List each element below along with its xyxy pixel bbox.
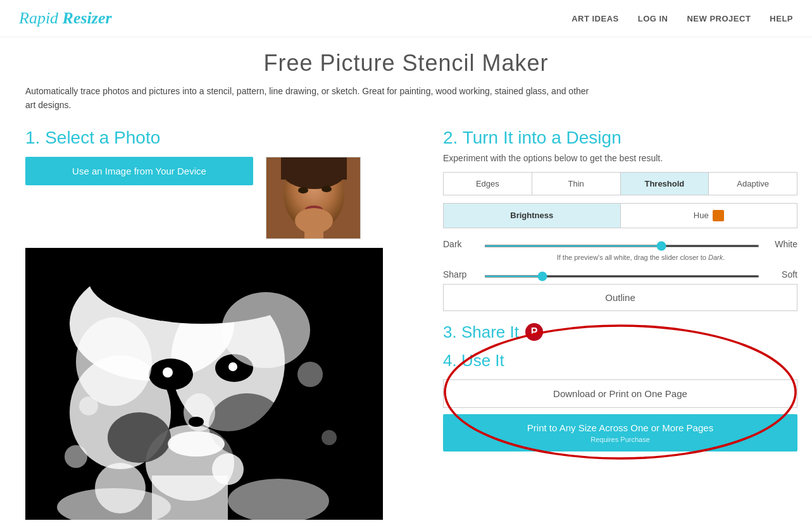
brightness-slider-wrap — [484, 238, 759, 250]
brightness-hint: If the preview's all white, drag the sli… — [484, 254, 797, 261]
nav-help[interactable]: HELP — [770, 14, 793, 23]
svg-point-4 — [298, 187, 308, 193]
content-area: 1. Select a Photo Use an Image from Your… — [25, 128, 787, 520]
svg-point-31 — [322, 430, 337, 445]
face-photo-svg — [266, 157, 361, 239]
svg-point-21 — [76, 317, 152, 406]
step1-title: 1. Select a Photo — [25, 128, 424, 148]
stencil-svg — [25, 248, 383, 520]
header: Rapid Resizer ART IDEAS LOG IN NEW PROJE… — [0, 0, 812, 37]
svg-rect-8 — [304, 227, 323, 239]
sharp-label: Sharp — [443, 269, 478, 279]
sharpness-slider-row: Sharp Soft — [443, 269, 797, 280]
svg-point-32 — [65, 445, 87, 468]
step1-text: Select a Photo — [40, 128, 160, 147]
step3-text: Share It — [457, 322, 519, 341]
svg-point-23 — [212, 453, 244, 485]
print-sub-label: Requires Purchase — [451, 436, 789, 443]
svg-point-22 — [222, 292, 310, 368]
tab-adaptive[interactable]: Adaptive — [709, 173, 797, 195]
pinterest-icon[interactable]: P — [525, 323, 543, 341]
sharpness-slider[interactable] — [484, 275, 759, 278]
svg-point-27 — [163, 367, 173, 378]
print-button[interactable]: Print to Any Size Across One or More Pag… — [443, 414, 797, 451]
step2-subtitle: Experiment with the options below to get… — [443, 153, 797, 163]
mode-brightness[interactable]: Brightness — [444, 204, 621, 228]
nav-new-project[interactable]: NEW PROJECT — [687, 14, 751, 23]
step3-title: 3. Share It — [443, 322, 519, 342]
step3-row: 3. Share It P — [443, 322, 797, 342]
page-subtitle: Automatically trace photos and pictures … — [25, 84, 595, 113]
svg-point-5 — [322, 186, 332, 192]
step2-title: 2. Turn It into a Design — [443, 128, 797, 148]
outline-button[interactable]: Outline — [443, 284, 797, 311]
step4-text: Use It — [457, 351, 504, 370]
svg-point-17 — [108, 412, 171, 463]
step4-title: 4. Use It — [443, 351, 797, 371]
step4-num: 4. — [443, 351, 457, 370]
main-content: Free Picture Stencil Maker Automatically… — [0, 37, 812, 528]
hue-color-swatch — [713, 210, 724, 221]
svg-rect-3 — [281, 157, 347, 180]
step2-num: 2. — [443, 128, 458, 147]
mode-tabs: Brightness Hue — [443, 203, 797, 228]
nav-art-ideas[interactable]: ART IDEAS — [572, 14, 619, 23]
brightness-slider[interactable] — [484, 245, 759, 247]
nav-login[interactable]: LOG IN — [638, 14, 668, 23]
right-column: 2. Turn It into a Design Experiment with… — [443, 128, 797, 520]
step2-text: Turn It into a Design — [458, 128, 621, 147]
logo-resizer: Resizer — [63, 9, 112, 27]
logo-rapid: Rapid — [19, 9, 58, 27]
white-label: White — [766, 239, 797, 249]
logo: Rapid Resizer — [19, 9, 112, 28]
sharpness-slider-wrap — [484, 269, 759, 280]
print-btn-label: Print to Any Size Across One or More Pag… — [527, 422, 713, 433]
main-nav: ART IDEAS LOG IN NEW PROJECT HELP — [572, 14, 793, 23]
svg-point-30 — [297, 362, 323, 387]
effect-tabs: Edges Thin Threshold Adaptive — [443, 172, 797, 195]
download-button[interactable]: Download or Print on One Page — [443, 379, 797, 408]
step3-num: 3. — [443, 322, 457, 341]
svg-point-29 — [79, 396, 98, 415]
svg-point-34 — [189, 417, 204, 427]
soft-label: Soft — [766, 269, 797, 279]
left-column: 1. Select a Photo Use an Image from Your… — [25, 128, 424, 520]
photo-thumbnail — [266, 157, 361, 239]
svg-point-28 — [228, 362, 237, 371]
stencil-preview — [25, 248, 383, 520]
page-title: Free Picture Stencil Maker — [25, 50, 787, 77]
tab-threshold[interactable]: Threshold — [621, 173, 709, 195]
step1-num: 1. — [25, 128, 40, 147]
tab-edges[interactable]: Edges — [444, 173, 532, 195]
upload-image-button[interactable]: Use an Image from Your Device — [25, 157, 253, 185]
svg-point-19 — [168, 431, 225, 457]
dark-label: Dark — [443, 239, 478, 249]
brightness-slider-row: Dark White — [443, 238, 797, 250]
steps-3-4-container: 3. Share It P 4. Use It Download or Prin… — [443, 322, 797, 451]
hue-label: Hue — [694, 211, 709, 220]
mode-hue[interactable]: Hue — [621, 204, 797, 228]
tab-thin[interactable]: Thin — [532, 173, 621, 195]
